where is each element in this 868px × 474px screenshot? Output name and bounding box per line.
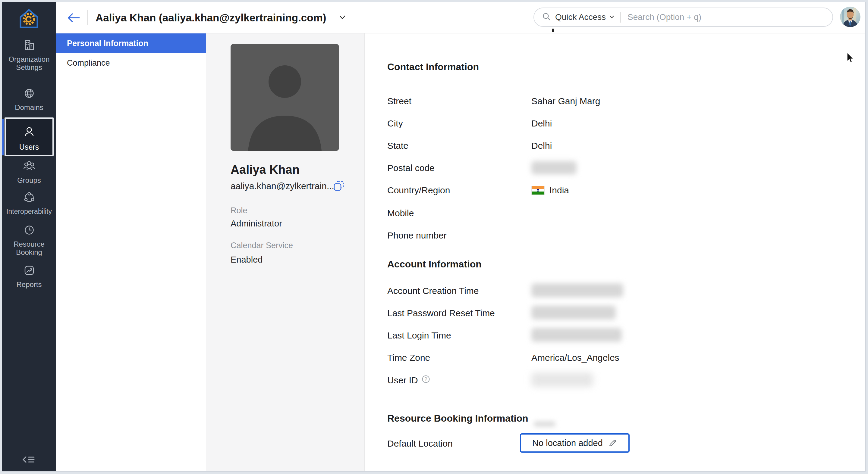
calendar-service-label: Calendar Service — [230, 241, 293, 250]
sidebar-item-label: Organization Settings — [2, 55, 56, 71]
field-value: India — [531, 185, 569, 196]
mouse-cursor — [846, 52, 855, 65]
user-id-label: User ID — [387, 375, 418, 385]
app-window: Organization Settings Domains Users — [2, 2, 866, 472]
section-heading-resource-booking: Resource Booking Information — [387, 413, 528, 424]
field-label: Default Location — [387, 438, 453, 449]
active-item-indicator — [2, 118, 4, 156]
search-input[interactable] — [627, 12, 796, 22]
svg-text:?: ? — [424, 377, 427, 382]
field-label: Last Password Reset Time — [387, 308, 495, 318]
field-label: Country/Region — [387, 185, 450, 196]
field-label: User ID ? — [387, 375, 430, 385]
redacted-fragment — [534, 421, 555, 427]
app-logo-icon[interactable] — [16, 6, 42, 31]
redacted-last-password-reset-time — [531, 306, 616, 319]
sidebar-item-label: Resource Booking — [2, 240, 56, 256]
user-avatar[interactable] — [840, 7, 861, 27]
redacted-postal-code — [531, 161, 577, 174]
sidebar-item-label: Groups — [2, 176, 56, 184]
search-icon — [542, 12, 551, 22]
field-label: Time Zone — [387, 353, 430, 363]
sidebar-item-label: Users — [6, 143, 53, 151]
groups-icon — [2, 160, 56, 174]
clock-icon — [2, 224, 56, 238]
sidebar-item-label: Domains — [2, 103, 56, 111]
calendar-service-value: Enabled — [230, 255, 262, 265]
field-label: Mobile — [387, 208, 414, 218]
field-value: Delhi — [531, 118, 552, 129]
sidebar-item-label: Interoperability — [2, 207, 56, 215]
tab-label: Compliance — [67, 59, 110, 68]
back-arrow-icon[interactable] — [67, 12, 81, 24]
topbar: Aaliya Khan (aaliya.khan@zylkertraining.… — [56, 2, 865, 33]
section-heading-contact: Contact Information — [387, 61, 479, 73]
field-label: Last Login Time — [387, 330, 451, 341]
country-value: India — [550, 185, 569, 196]
divider — [620, 12, 621, 23]
field-label: State — [387, 141, 408, 151]
india-flag-icon — [531, 186, 545, 195]
default-location-edit[interactable]: No location added — [520, 433, 629, 452]
role-label: Role — [230, 206, 247, 215]
sidebar-item-groups[interactable]: Groups — [2, 160, 56, 184]
field-value: Delhi — [531, 141, 552, 151]
clipped-text-fragment — [552, 29, 554, 32]
sidebar-item-users[interactable]: Users — [4, 117, 54, 156]
user-full-name: Aaliya Khan — [230, 163, 300, 176]
sidebar-item-organization-settings[interactable]: Organization Settings — [2, 39, 56, 71]
default-location-value: No location added — [532, 438, 603, 448]
tab-personal-information[interactable]: Personal Information — [56, 33, 206, 53]
sidebar-item-label: Reports — [2, 280, 56, 289]
field-label: Phone number — [387, 230, 447, 241]
redacted-user-id — [531, 373, 593, 387]
sidebar-item-resource-booking[interactable]: Resource Booking — [2, 224, 56, 256]
search-bar[interactable]: Quick Access — [533, 7, 833, 27]
role-value: Administrator — [230, 218, 282, 229]
divider — [87, 10, 88, 25]
user-detail-subnav: Personal Information Compliance — [56, 33, 206, 471]
interoperability-icon — [2, 191, 56, 205]
personal-information-content: Contact Information Street Sahar Ganj Ma… — [366, 33, 865, 471]
building-icon — [2, 39, 56, 53]
chevron-down-icon[interactable] — [339, 15, 345, 20]
profile-summary-panel: Aaliya Khan aaliya.khan@zylkertrain... R… — [206, 33, 365, 471]
quick-access-dropdown[interactable]: Quick Access — [555, 12, 606, 22]
field-value: America/Los_Angeles — [531, 353, 619, 363]
page-title[interactable]: Aaliya Khan (aaliya.khan@zylkertraining.… — [96, 12, 327, 24]
field-label: City — [387, 118, 403, 129]
field-label: Street — [387, 96, 411, 106]
field-label: Postal code — [387, 163, 435, 173]
help-icon[interactable]: ? — [422, 375, 430, 385]
edit-pencil-icon[interactable] — [608, 438, 617, 447]
tab-label: Personal Information — [67, 39, 148, 48]
field-label: Account Creation Time — [387, 286, 478, 296]
redacted-account-creation-time — [531, 283, 623, 297]
reports-icon — [2, 264, 56, 278]
copy-email-icon[interactable] — [333, 180, 345, 192]
redacted-last-login-time — [531, 328, 622, 342]
tab-compliance[interactable]: Compliance — [56, 53, 206, 73]
sidebar-item-domains[interactable]: Domains — [2, 87, 56, 111]
profile-photo-placeholder — [230, 44, 339, 151]
globe-icon — [2, 87, 56, 101]
chevron-down-icon[interactable] — [610, 14, 614, 20]
field-value: Sahar Ganj Marg — [531, 96, 600, 106]
user-email: aaliya.khan@zylkertrain... — [230, 181, 334, 191]
collapse-sidebar-icon[interactable] — [22, 454, 36, 465]
primary-sidebar: Organization Settings Domains Users — [2, 2, 56, 471]
sidebar-item-reports[interactable]: Reports — [2, 264, 56, 289]
user-icon — [23, 134, 36, 139]
section-heading-account: Account Information — [387, 259, 482, 270]
sidebar-item-interoperability[interactable]: Interoperability — [2, 191, 56, 215]
